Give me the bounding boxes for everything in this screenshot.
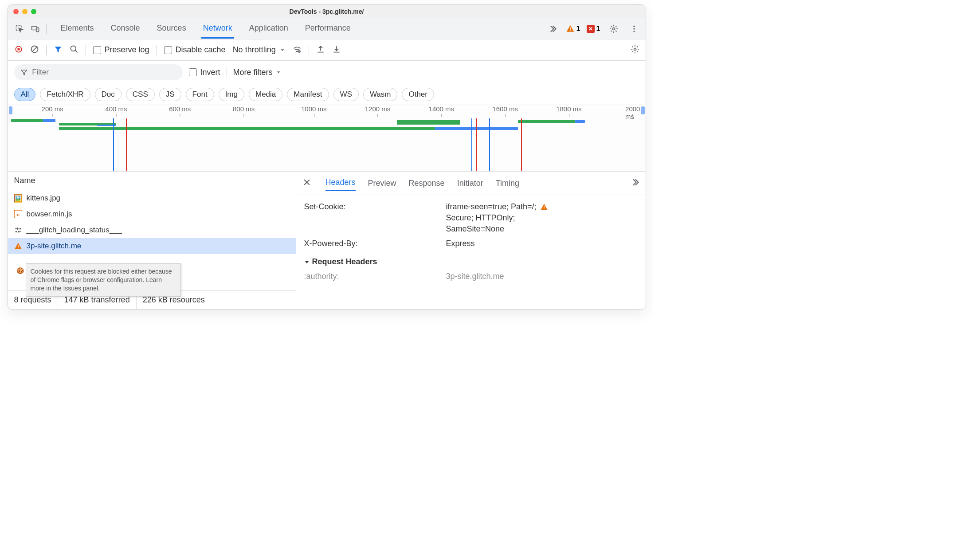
filter-input-wrapper[interactable] bbox=[14, 64, 183, 80]
header-value: iframe-seen=true; Path=/; Secure; HTTPOn… bbox=[446, 202, 638, 234]
tab-elements[interactable]: Elements bbox=[59, 19, 96, 39]
type-wasm[interactable]: Wasm bbox=[363, 88, 398, 101]
type-doc[interactable]: Doc bbox=[95, 88, 122, 101]
type-font[interactable]: Font bbox=[186, 88, 214, 101]
type-img[interactable]: Img bbox=[219, 88, 244, 101]
detail-tab-preview[interactable]: Preview bbox=[368, 176, 396, 191]
header-value-line: iframe-seen=true; Path=/; bbox=[446, 202, 537, 212]
more-detail-tabs-icon[interactable] bbox=[631, 178, 639, 189]
separator bbox=[46, 24, 47, 34]
main-tabs: Elements Console Sources Network Applica… bbox=[59, 19, 353, 39]
network-settings-icon[interactable] bbox=[631, 45, 639, 55]
timeline-overview[interactable]: 200 ms 400 ms 600 ms 800 ms 1000 ms 1200… bbox=[8, 105, 646, 172]
throttle-value: No throttling bbox=[233, 45, 276, 55]
detail-tab-headers[interactable]: Headers bbox=[325, 175, 356, 191]
request-headers-label: Request Headers bbox=[312, 257, 377, 267]
tab-performance[interactable]: Performance bbox=[303, 19, 353, 39]
separator bbox=[86, 45, 86, 55]
type-js[interactable]: JS bbox=[159, 88, 181, 101]
type-other[interactable]: Other bbox=[402, 88, 434, 101]
tab-console[interactable]: Console bbox=[109, 19, 142, 39]
warning-icon[interactable] bbox=[540, 203, 548, 211]
device-toggle-icon[interactable] bbox=[28, 22, 43, 36]
svg-point-15 bbox=[296, 51, 298, 52]
disable-cache-input[interactable] bbox=[164, 46, 172, 54]
request-row[interactable]: 🖼️ kittens.jpg bbox=[8, 190, 296, 206]
type-all[interactable]: All bbox=[14, 88, 36, 101]
request-headers-title[interactable]: Request Headers bbox=[304, 257, 638, 267]
warning-badge[interactable]: 1 bbox=[566, 24, 580, 33]
request-row[interactable]: ___glitch_loading_status___ bbox=[8, 222, 296, 238]
invert-input[interactable] bbox=[189, 68, 197, 76]
error-icon: ✕ bbox=[587, 25, 595, 33]
tick: 600 ms bbox=[169, 105, 191, 113]
header-value-line: Secure; HTTPOnly; bbox=[446, 213, 515, 223]
preserve-log-label: Preserve log bbox=[105, 45, 149, 55]
type-manifest[interactable]: Manifest bbox=[287, 88, 329, 101]
type-fetch[interactable]: Fetch/XHR bbox=[40, 88, 90, 101]
bar bbox=[11, 119, 43, 122]
timeline-ticks: 200 ms 400 ms 600 ms 800 ms 1000 ms 1200… bbox=[8, 105, 646, 116]
preserve-log-checkbox[interactable]: Preserve log bbox=[93, 45, 149, 55]
settings-icon[interactable] bbox=[607, 22, 621, 36]
close-detail-icon[interactable] bbox=[302, 178, 313, 188]
column-header-name[interactable]: Name bbox=[8, 172, 296, 190]
headers-body: Set-Cookie: iframe-seen=true; Path=/; Se… bbox=[296, 195, 646, 309]
filter-toggle-icon[interactable] bbox=[54, 45, 63, 55]
svg-rect-22 bbox=[18, 245, 19, 247]
warning-icon bbox=[14, 242, 22, 250]
load-line bbox=[476, 118, 477, 171]
svg-rect-26 bbox=[544, 206, 545, 208]
inspect-icon[interactable] bbox=[12, 22, 27, 36]
header-row-authority: :authority: 3p-site.glitch.me bbox=[304, 269, 638, 284]
detail-tab-timing[interactable]: Timing bbox=[496, 176, 519, 191]
network-toolbar: Preserve log Disable cache No throttling bbox=[8, 39, 646, 61]
load-line bbox=[521, 118, 522, 171]
throttle-select[interactable]: No throttling bbox=[233, 45, 286, 55]
search-icon[interactable] bbox=[70, 45, 78, 55]
type-media[interactable]: Media bbox=[249, 88, 282, 101]
svg-point-5 bbox=[612, 27, 615, 30]
error-badge[interactable]: ✕ 1 bbox=[587, 25, 600, 33]
tab-application[interactable]: Application bbox=[247, 19, 290, 39]
invert-checkbox[interactable]: Invert bbox=[189, 68, 220, 77]
filter-input[interactable] bbox=[32, 68, 176, 77]
kebab-menu-icon[interactable] bbox=[627, 22, 641, 36]
svg-line-14 bbox=[75, 50, 77, 52]
tab-sources[interactable]: Sources bbox=[155, 19, 188, 39]
request-row[interactable]: ‹› bowser.min.js bbox=[8, 206, 296, 222]
request-row-selected[interactable]: 3p-site.glitch.me bbox=[8, 238, 296, 254]
tab-network[interactable]: Network bbox=[201, 19, 234, 39]
detail-tab-initiator[interactable]: Initiator bbox=[457, 176, 483, 191]
more-tabs-icon[interactable] bbox=[545, 22, 560, 36]
svg-point-17 bbox=[634, 48, 636, 50]
separator bbox=[227, 67, 227, 78]
upload-har-icon[interactable] bbox=[316, 45, 325, 55]
preserve-log-input[interactable] bbox=[93, 46, 101, 54]
request-name: 3p-site.glitch.me bbox=[27, 242, 82, 251]
main-tabbar: Elements Console Sources Network Applica… bbox=[8, 18, 646, 39]
disable-cache-checkbox[interactable]: Disable cache bbox=[164, 45, 226, 55]
type-css[interactable]: CSS bbox=[126, 88, 155, 101]
more-filters-label: More filters bbox=[233, 68, 273, 77]
type-ws[interactable]: WS bbox=[333, 88, 359, 101]
close-window[interactable] bbox=[13, 9, 19, 14]
maximize-window[interactable] bbox=[31, 9, 36, 14]
more-filters-button[interactable]: More filters bbox=[233, 68, 282, 77]
load-line bbox=[126, 118, 127, 171]
download-har-icon[interactable] bbox=[332, 45, 341, 55]
network-conditions-icon[interactable] bbox=[293, 45, 302, 55]
header-key: Set-Cookie: bbox=[304, 202, 446, 234]
domcontentloaded-line bbox=[489, 118, 490, 171]
bar bbox=[59, 127, 435, 130]
svg-point-13 bbox=[71, 46, 76, 51]
tick: 1200 ms bbox=[365, 105, 391, 113]
detail-tab-response[interactable]: Response bbox=[409, 176, 445, 191]
resource-type-bar: All Fetch/XHR Doc CSS JS Font Img Media … bbox=[8, 84, 646, 105]
record-button[interactable] bbox=[14, 45, 23, 55]
minimize-window[interactable] bbox=[22, 9, 27, 14]
clear-button[interactable] bbox=[30, 45, 39, 55]
svg-point-20 bbox=[20, 228, 20, 229]
svg-point-7 bbox=[633, 28, 635, 29]
filter-bar: Invert More filters bbox=[8, 61, 646, 84]
